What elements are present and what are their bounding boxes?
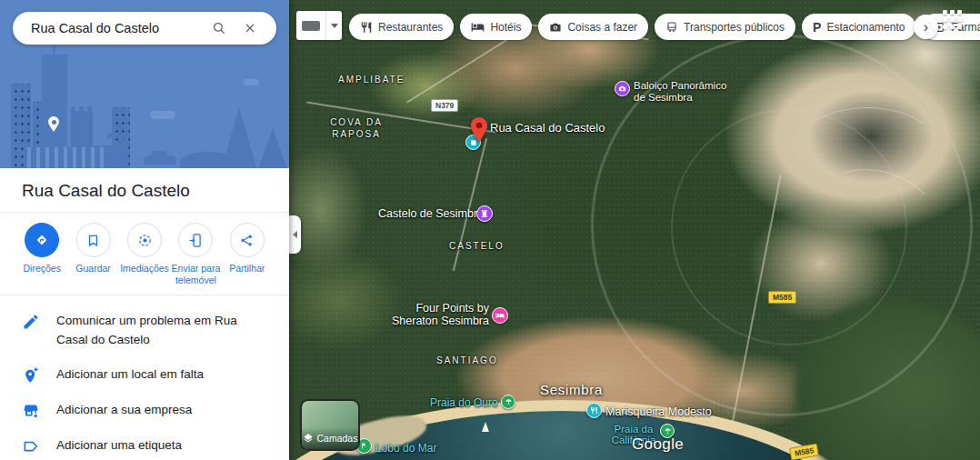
praia-do-ouro-label[interactable]: Praia do Ouro (430, 396, 498, 409)
menu-item-label: Adicionar uma etiqueta (56, 436, 182, 455)
google-logo[interactable]: Google (632, 435, 684, 454)
storefront-icon (22, 402, 40, 420)
area-label-line: RAPOSA (332, 129, 381, 139)
menu-item-label: Comunicar um problema em Rua Casal do Ca… (56, 312, 267, 349)
destination-pin[interactable] (471, 117, 487, 145)
menu-item-label: Adicionar a sua empresa (56, 401, 192, 419)
pencil-icon (22, 313, 40, 331)
four-points-label[interactable]: Four Points by Sheraton Sesimbra (384, 302, 489, 327)
search-input[interactable] (29, 20, 204, 36)
layers-button[interactable]: Camadas (300, 399, 360, 451)
mountain-shape (257, 125, 288, 168)
side-panel: Rua Casal do Castelo Direções Guardar Im… (0, 0, 289, 460)
area-label-cova-da-raposa: COVA DA RAPOSA (320, 116, 393, 140)
beach-marker umbrella-icon[interactable] (501, 395, 515, 409)
mountain-shape (221, 105, 257, 168)
fork-knife-icon (360, 21, 373, 34)
chip-label: Coisas a fazer (567, 21, 637, 34)
add-location-icon (22, 366, 40, 385)
apps-grid-icon[interactable] (943, 10, 965, 32)
hotel-marker bed-icon[interactable] (492, 307, 508, 324)
map-pin-illustration (48, 116, 59, 127)
road-badge-m585: M585 (768, 291, 796, 304)
chip-transportes-publicos[interactable]: Transportes públicos (655, 14, 795, 40)
page-title: Rua Casal do Castelo (22, 181, 267, 201)
action-bar: Direções Guardar Imediações Enviar para … (0, 213, 289, 295)
bus-icon (665, 21, 678, 34)
chip-label: Restaurantes (378, 21, 443, 34)
map-canvas[interactable]: AMPLIBATE COVA DA RAPOSA CASTELO SANTIAG… (289, 0, 980, 460)
restaurant-marker fork-icon[interactable] (586, 403, 602, 418)
area-label-castelo: CASTELO (449, 241, 505, 251)
car-shape (144, 155, 176, 165)
capture-widget[interactable] (296, 11, 342, 40)
layers-button-label: Camadas (317, 433, 358, 444)
chip-estacionamento[interactable]: P Estacionamento (802, 14, 915, 40)
area-label-line: COVA DA (330, 117, 383, 127)
menu-item-label: Adicionar um local em falta (56, 365, 204, 384)
menu-item-report-problem[interactable]: Comunicar um problema em Rua Casal do Ca… (0, 304, 289, 357)
road-line (453, 138, 487, 271)
place-menu: Comunicar um problema em Rua Casal do Ca… (0, 295, 289, 460)
rook-glyph: ♜ (480, 209, 489, 219)
share-icon (230, 223, 265, 257)
google-maps-app: AMPLIBATE COVA DA RAPOSA CASTELO SANTIAG… (0, 0, 980, 460)
nearby-icon (127, 223, 162, 257)
chip-label: Transportes públicos (684, 21, 785, 34)
search-box[interactable] (13, 12, 276, 45)
chevron-down-icon (331, 24, 338, 28)
camera-icon (549, 21, 562, 34)
action-label: Partilhar (222, 263, 273, 275)
menu-item-add-label[interactable]: Adicionar uma etiqueta (0, 428, 289, 460)
action-label: Enviar para telemóvel (170, 263, 221, 286)
search-button[interactable] (204, 13, 235, 44)
lobo-do-mar-label[interactable]: Lobo do Mar (375, 442, 436, 455)
chip-label: Hotéis (490, 21, 521, 34)
boat (482, 422, 489, 432)
action-label: Imediações (119, 263, 170, 275)
search-icon (211, 20, 227, 36)
nearby-button[interactable]: Imediações (119, 223, 170, 286)
action-label: Guardar (67, 263, 118, 275)
marisqueira-label[interactable]: Marisqueira Modesto (605, 405, 712, 418)
castle-marker rook-icon[interactable]: ♜ (476, 205, 493, 222)
send-to-phone-icon (178, 223, 213, 257)
action-label: Direções (16, 263, 67, 275)
send-to-phone-button[interactable]: Enviar para telemóvel (170, 223, 221, 286)
baloico-label-line: de Sesimbra (634, 92, 693, 103)
menu-item-add-place[interactable]: Adicionar um local em falta (0, 357, 289, 393)
directions-button[interactable]: Direções (16, 223, 67, 286)
baloico-label[interactable]: Baloiço Panorâmico de Sesimbra (634, 80, 726, 104)
castelo-label[interactable]: Castelo de Sesimbra (378, 207, 484, 220)
layers-icon (303, 433, 314, 444)
chip-restaurantes[interactable]: Restaurantes (349, 14, 454, 40)
chip-hoteis[interactable]: Hotéis (460, 14, 532, 40)
hills-terrain (781, 286, 980, 460)
place-photo[interactable] (0, 0, 289, 168)
town-label-sesimbra[interactable]: Sesimbra (540, 382, 603, 397)
cloud-shape (244, 79, 259, 85)
cloud-shape (150, 111, 175, 119)
parking-icon: P (813, 20, 821, 35)
road-line (729, 175, 781, 434)
baloico-label-line: Baloiço Panorâmico (634, 80, 726, 91)
share-button[interactable]: Partilhar (222, 223, 273, 286)
destination-label[interactable]: Rua Casal do Castelo (490, 121, 605, 135)
clear-search-button[interactable] (235, 13, 265, 44)
praia-california-line: Praia da (615, 424, 654, 435)
category-chips: Restaurantes Hotéis Coisas a fazer Trans… (349, 14, 980, 40)
menu-item-add-business[interactable]: Adicionar a sua empresa (0, 393, 289, 428)
collapse-side-panel-button[interactable] (289, 215, 301, 254)
four-points-line: Sheraton Sesimbra (392, 315, 489, 327)
save-button[interactable]: Guardar (67, 223, 118, 286)
divider (325, 11, 326, 40)
bookmark-icon (76, 223, 111, 257)
area-label-santiago: SANTIAGO (436, 355, 498, 365)
colonnade-shape (27, 147, 104, 168)
layers-button-bar: Camadas (302, 427, 358, 449)
chip-coisas-a-fazer[interactable]: Coisas a fazer (538, 14, 648, 40)
road-badge-n379: N379 (431, 99, 458, 112)
road-line (406, 29, 523, 103)
chips-scroll-right-button chevron-right-icon[interactable]: › (914, 15, 938, 39)
baloico-marker camera-icon[interactable] (615, 81, 630, 96)
